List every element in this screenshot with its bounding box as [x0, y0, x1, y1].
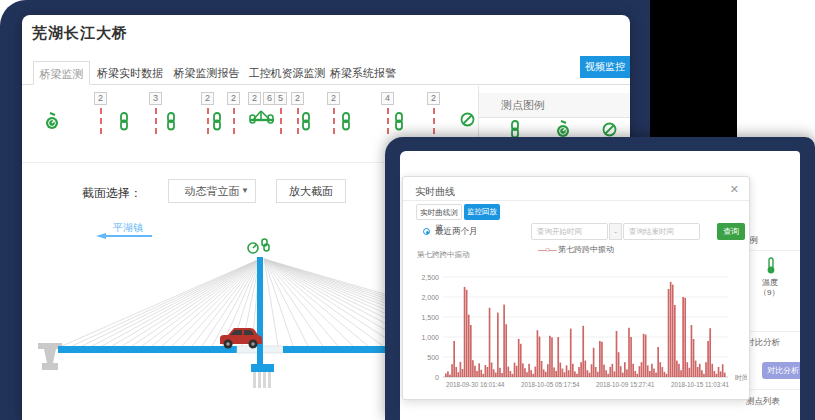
sensor-chain[interactable]: [393, 112, 405, 131]
tab-monitoring-playback[interactable]: 监控回放: [464, 204, 500, 220]
legend-chain-icon: [509, 120, 521, 137]
svg-text:1,500: 1,500: [421, 314, 439, 321]
tab-bridge-system-alarm[interactable]: 桥梁系统报警: [326, 61, 400, 85]
sidebar-point-list-label: 测点列表: [746, 396, 780, 408]
thermometer-icon: [765, 257, 777, 274]
sensor-count-badge: 4: [381, 92, 394, 105]
sidebar-compare-section-title: 对比分析: [746, 337, 780, 349]
bridge-piles: [253, 372, 271, 388]
sensor-point-3: 3: [149, 92, 162, 134]
svg-text:2,000: 2,000: [421, 294, 439, 301]
sensor-count-badge: 2: [291, 92, 304, 105]
compare-analysis-button[interactable]: 对比分析: [762, 362, 800, 379]
background-black: [650, 0, 737, 137]
tab-ipc-resource-monitoring[interactable]: 工控机资源监测: [246, 61, 328, 85]
sensor-truss[interactable]: 26: [248, 92, 276, 125]
close-icon[interactable]: ✕: [730, 183, 739, 196]
sensor-dashed-line: [433, 108, 435, 134]
sensor-count-badge: 2: [248, 92, 261, 105]
query-start-time-input[interactable]: [531, 223, 608, 240]
svg-text:0: 0: [435, 374, 439, 381]
page-title: 芜湖长江大桥: [32, 24, 128, 43]
sensor-chain[interactable]: [118, 112, 130, 131]
bridge-deck-left: [58, 346, 237, 353]
pylon-sensor-icons: [248, 239, 269, 253]
svg-text:时间: 时间: [735, 374, 747, 382]
legend-marker-icon: —○—: [538, 245, 556, 254]
sensor-point-5: 5: [274, 92, 287, 134]
enlarge-section-button[interactable]: 放大截面: [276, 179, 346, 203]
sensor-dashed-line: [233, 108, 235, 134]
sensor-count-badge: 2: [201, 92, 214, 105]
legend-clock-icon: [555, 120, 571, 137]
sensor-chain[interactable]: [300, 112, 312, 131]
tab-realtime-curve-browse[interactable]: 实时曲线浏览: [416, 204, 462, 220]
sensor-clock[interactable]: [44, 112, 60, 132]
sensor-count-badge: 2: [227, 92, 240, 105]
sensor-dashed-line: [333, 108, 335, 134]
sensor-count-badge: 3: [149, 92, 162, 105]
bridge-pylon: [257, 257, 263, 366]
bridge-pylon-cap: [251, 364, 274, 372]
sensor-chain[interactable]: [165, 112, 177, 131]
svg-text:500: 500: [427, 354, 439, 361]
legend-ban-icon: [602, 122, 617, 137]
svg-text:2,500: 2,500: [421, 274, 439, 281]
section-select-label: 截面选择：: [82, 185, 142, 202]
sensor-count-badge: 2: [427, 92, 440, 105]
sensor-count-badge: 2: [94, 92, 107, 105]
sidebar-temperature-count: （9）: [759, 287, 779, 298]
sensor-dashed-line: [155, 108, 157, 134]
sensor-chain[interactable]: [340, 112, 352, 131]
screen: 芜湖长江大桥 桥梁监测 桥梁实时数据 桥梁监测报告 工控机资源监测 桥梁系统报警…: [0, 0, 815, 420]
sensor-chain[interactable]: [211, 112, 223, 131]
chevron-down-icon: ▼: [241, 180, 249, 202]
svg-text:2018-09-30 16:01:44: 2018-09-30 16:01:44: [446, 381, 505, 388]
tab-bridge-monitoring-report[interactable]: 桥梁监测报告: [170, 61, 243, 85]
vibration-chart: 05001,0001,5002,0002,5002018-09-30 16:01…: [413, 259, 747, 395]
sensor-point-2: 2: [94, 92, 107, 134]
sensor-point-2: 2: [227, 92, 240, 134]
realtime-curve-modal: 实时曲线 ✕ 实时曲线浏览 监控回放 最近两个月 - 查询 —○— 第七跨跨中振…: [402, 176, 750, 400]
sensor-dashed-line: [207, 108, 209, 134]
sensor-ban[interactable]: [460, 112, 475, 127]
sensor-dashed-line: [100, 108, 102, 134]
sensor-dashed-line: [280, 108, 282, 134]
sensor-point-2: 2: [427, 92, 440, 134]
query-end-time-input[interactable]: [623, 223, 700, 240]
sensor-strip: 23222652242: [22, 92, 478, 142]
svg-text:2018-10-05 05:17:54: 2018-10-05 05:17:54: [521, 381, 580, 388]
sensor-count-badge: 5: [274, 92, 287, 105]
date-range-separator: -: [609, 223, 622, 240]
svg-text:2018-10-09 15:27:41: 2018-10-09 15:27:41: [596, 381, 655, 388]
video-monitoring-button[interactable]: 视频监控: [580, 56, 630, 78]
sensor-dashed-line: [297, 108, 299, 134]
legend-panel-title: 测点图例: [479, 93, 630, 118]
radio-last-two-months-label: 最近两个月: [435, 226, 478, 238]
legend-panel-icons: [479, 120, 630, 137]
query-button[interactable]: 查询: [717, 223, 745, 240]
section-select-dropdown[interactable]: 动态背立面 ▼: [168, 179, 256, 203]
legend-series-label: 第七跨跨中振动: [558, 245, 614, 254]
sensor-point-2: 2: [327, 92, 340, 134]
car: [220, 328, 262, 349]
sensor-count-badge: 2: [327, 92, 340, 105]
sensor-dashed-line: [387, 108, 389, 134]
tab-bridge-monitoring[interactable]: 桥梁监测: [33, 61, 90, 85]
tab-bridge-realtime-data[interactable]: 桥梁实时数据: [95, 61, 165, 85]
svg-text:1,000: 1,000: [421, 334, 439, 341]
svg-text:2018-10-15 11:03:41: 2018-10-15 11:03:41: [671, 381, 730, 388]
modal-title: 实时曲线: [415, 185, 455, 199]
section-select-value: 动态背立面: [185, 185, 240, 197]
radio-last-two-months[interactable]: [423, 228, 430, 235]
modal-header-divider: [403, 200, 749, 201]
